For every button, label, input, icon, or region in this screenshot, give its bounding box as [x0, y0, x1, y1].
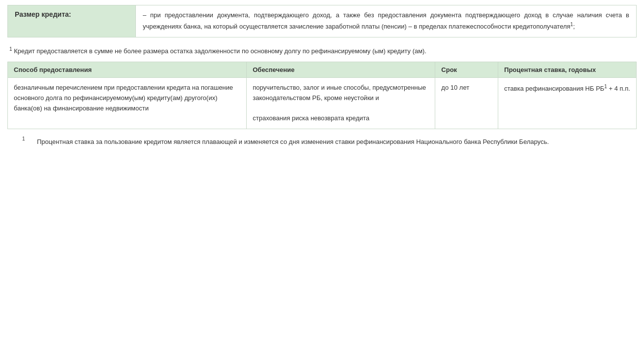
header-rate: Процентная ставка, годовых — [498, 62, 637, 78]
footnote2-text: Процентная ставка за пользование кредито… — [37, 137, 549, 147]
footnote2-section: 1 Процентная ставка за пользование креди… — [7, 134, 637, 150]
rate-text-1: ставка рефинансирования НБ РБ — [504, 85, 604, 92]
credit-size-label: Размер кредита: — [8, 5, 136, 37]
security-text-1: поручительство, залог и иные способы, пр… — [253, 84, 426, 102]
table-row: безналичным перечислением при предоставл… — [8, 78, 637, 129]
cell-method: безналичным перечислением при предоставл… — [8, 78, 247, 129]
footnote1-marker: 1 — [9, 46, 12, 52]
header-term: Срок — [435, 62, 498, 78]
credit-size-text: – при предоставлении документа, подтверж… — [143, 11, 629, 30]
footnote1-text: Кредит предоставляется в сумме не более … — [14, 47, 426, 55]
header-method: Способ предоставления — [8, 62, 247, 78]
trailing-semicolon: ; — [573, 23, 575, 30]
footnote1-section: 1 Кредит предоставляется в сумме не боле… — [7, 42, 637, 62]
footnote2-marker: 1 — [22, 135, 32, 145]
cell-rate: ставка рефинансирования НБ РБ1 + 4 п.п. — [498, 78, 637, 129]
rate-text-2: + 4 п.п. — [607, 85, 630, 92]
credit-size-content: – при предоставлении документа, подтверж… — [136, 5, 637, 37]
cell-security: поручительство, залог и иные способы, пр… — [247, 78, 435, 129]
header-security: Обеспечение — [247, 62, 435, 78]
security-text-2: страхования риска невозврата кредита — [253, 114, 369, 122]
credit-size-table: Размер кредита: – при предоставлении док… — [7, 5, 637, 37]
cell-term: до 10 лет — [435, 78, 498, 129]
details-table: Способ предоставления Обеспечение Срок П… — [7, 62, 637, 129]
